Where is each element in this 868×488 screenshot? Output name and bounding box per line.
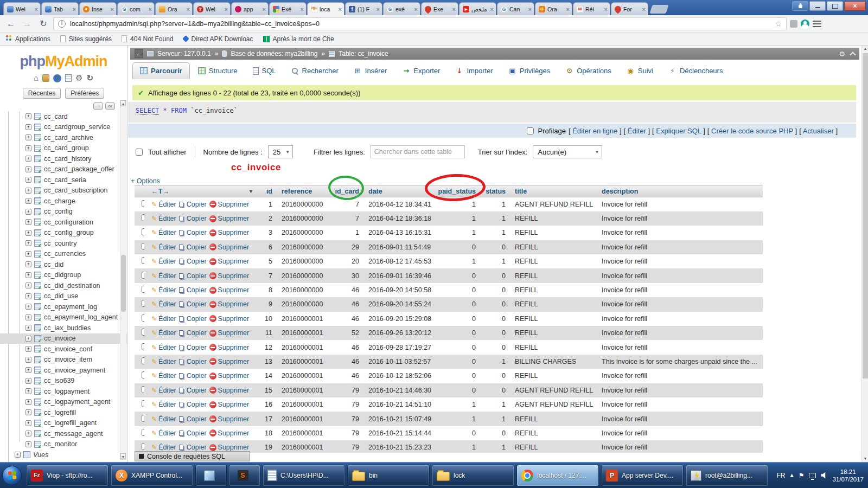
delete-link[interactable]: Supprimer bbox=[209, 201, 250, 208]
browser-tab[interactable]: G Can × bbox=[497, 2, 534, 15]
browser-tab[interactable]: For × bbox=[611, 2, 648, 15]
tab-close-icon[interactable]: × bbox=[111, 6, 114, 12]
expand-icon[interactable]: + bbox=[25, 304, 31, 310]
sidebar-tree-item[interactable]: + cc_charge bbox=[0, 196, 127, 207]
tab-close-icon[interactable]: × bbox=[225, 6, 228, 12]
expand-icon[interactable]: + bbox=[25, 282, 31, 288]
edit-link[interactable]: ✎Éditer bbox=[151, 415, 176, 423]
action-center-flag-icon[interactable]: ⚑ bbox=[799, 472, 805, 479]
scroll-thumb[interactable] bbox=[121, 255, 126, 312]
delete-link[interactable]: Supprimer bbox=[209, 401, 250, 408]
page-settings-gear-icon[interactable]: ⚙ bbox=[839, 50, 845, 58]
sidebar-tree-item[interactable]: + cc_iax_buddies bbox=[0, 323, 127, 333]
edit-link[interactable]: ✎Éditer bbox=[151, 201, 176, 208]
browser-tab[interactable]: ? Wel × bbox=[193, 2, 231, 15]
tab-close-icon[interactable]: × bbox=[73, 6, 76, 12]
tab-close-icon[interactable]: × bbox=[604, 6, 608, 12]
home-icon[interactable]: ⌂ bbox=[34, 74, 39, 82]
copy-link[interactable]: Copier bbox=[179, 415, 207, 423]
edit-link[interactable]: ✎Éditer bbox=[151, 272, 176, 280]
row-checkbox[interactable] bbox=[142, 228, 144, 235]
browser-tab[interactable]: Ora × bbox=[155, 2, 193, 15]
sidebar-tree-item[interactable]: + cc_card bbox=[0, 111, 127, 122]
expand-icon[interactable]: + bbox=[25, 209, 31, 215]
column-header[interactable]: reference bbox=[275, 185, 323, 197]
breadcrumb-server[interactable]: Serveur: 127.0.0.1 bbox=[157, 50, 211, 57]
pma-tab[interactable]: Parcourir bbox=[132, 62, 190, 79]
row-checkbox[interactable] bbox=[142, 415, 144, 422]
sidebar-tree-item[interactable]: + cc_iso639 bbox=[0, 376, 127, 387]
expand-icon[interactable]: + bbox=[25, 198, 31, 204]
copy-link[interactable]: Copier bbox=[179, 429, 207, 437]
delete-link[interactable]: Supprimer bbox=[209, 429, 250, 437]
edit-link[interactable]: ✎Éditer bbox=[151, 286, 176, 294]
new-tab-button[interactable] bbox=[649, 5, 668, 14]
expand-icon[interactable]: + bbox=[25, 272, 31, 278]
copy-link[interactable]: Copier bbox=[179, 315, 207, 323]
taskbar-button[interactable]: C:\Users\HP\D... bbox=[263, 465, 345, 486]
sidebar-tree-item[interactable]: + cc_config_group bbox=[0, 228, 127, 239]
column-header[interactable]: date bbox=[361, 185, 432, 197]
page-size-select[interactable]: 25▼ bbox=[268, 145, 293, 158]
sidebar-tree-item[interactable]: + cc_did bbox=[0, 259, 127, 270]
edit-link[interactable]: ✎Éditer bbox=[151, 300, 176, 308]
sidebar-tree-item[interactable]: + cc_logrefill bbox=[0, 407, 127, 418]
row-checkbox[interactable] bbox=[142, 243, 144, 250]
row-checkbox[interactable] bbox=[142, 400, 144, 407]
network-icon[interactable] bbox=[809, 473, 816, 478]
recents-button[interactable]: Récentes bbox=[23, 88, 61, 99]
sidebar-tree-item[interactable]: + cc_logpayment_agent bbox=[0, 397, 127, 408]
copy-link[interactable]: Copier bbox=[179, 201, 207, 208]
browser-tab[interactable]: ▶ ملخص × bbox=[459, 2, 496, 15]
tab-close-icon[interactable]: × bbox=[528, 6, 532, 12]
pma-tab[interactable]: ◉ Suivi bbox=[620, 63, 660, 79]
expand-icon[interactable]: + bbox=[15, 452, 21, 458]
expand-icon[interactable]: + bbox=[25, 156, 31, 162]
copy-link[interactable]: Copier bbox=[179, 300, 207, 308]
favorites-button[interactable]: Préférées bbox=[65, 88, 104, 99]
tab-close-icon[interactable]: × bbox=[376, 6, 380, 12]
taskbar-button[interactable]: root@a2billing... bbox=[686, 465, 768, 486]
row-checkbox[interactable] bbox=[142, 386, 144, 393]
expand-icon[interactable]: + bbox=[25, 230, 31, 236]
row-checkbox[interactable] bbox=[142, 314, 144, 322]
row-checkbox[interactable] bbox=[142, 443, 144, 450]
browser-tab[interactable]: PMA loca × bbox=[307, 2, 344, 15]
edit-link[interactable]: ✎Éditer bbox=[151, 387, 176, 394]
pma-tab[interactable]: Rechercher bbox=[284, 63, 346, 79]
sidebar-tree-item[interactable]: + cc_config bbox=[0, 207, 127, 217]
taskbar-button[interactable]: Viop - sftp://ro... bbox=[26, 465, 108, 486]
sidebar-tree-item[interactable]: + cc_card_subscription bbox=[0, 185, 127, 196]
logout-icon[interactable] bbox=[42, 74, 49, 82]
pma-tab[interactable]: Structure bbox=[191, 63, 245, 79]
sidebar-tree-item[interactable]: + cc_cardgroup_service bbox=[0, 122, 127, 133]
expand-icon[interactable]: + bbox=[25, 293, 31, 299]
pma-tab[interactable]: ⚡ Déclencheurs bbox=[661, 63, 730, 79]
bookmark-item[interactable]: Applications bbox=[5, 35, 50, 43]
start-button[interactable] bbox=[2, 466, 22, 485]
tab-close-icon[interactable]: × bbox=[149, 6, 152, 12]
sidebar-tree-item[interactable]: + cc_currencies bbox=[0, 249, 127, 260]
profiling-link[interactable]: [ Expliquer SQL ] bbox=[652, 127, 705, 135]
move-right-icon[interactable]: → bbox=[163, 188, 169, 195]
sidebar-scrollbar[interactable]: ▲ ▼ bbox=[120, 100, 126, 460]
delete-link[interactable]: Supprimer bbox=[209, 372, 250, 380]
copy-link[interactable]: Copier bbox=[179, 358, 207, 365]
bookmark-item[interactable]: 404 Not Found bbox=[122, 35, 173, 43]
breadcrumb-table[interactable]: Table: cc_invoice bbox=[339, 50, 388, 57]
expand-icon[interactable]: + bbox=[25, 134, 31, 140]
sql-keyword[interactable]: SELECT bbox=[136, 107, 159, 115]
filter-input[interactable] bbox=[371, 145, 465, 158]
row-checkbox[interactable] bbox=[142, 429, 144, 436]
bookmark-star-icon[interactable]: ☆ bbox=[775, 20, 782, 28]
taskbar-button[interactable]: lock bbox=[432, 465, 514, 486]
profiling-link[interactable]: [ Éditer ] bbox=[624, 127, 650, 135]
sidebar-tree-item[interactable]: + cc_card_package_offer bbox=[0, 164, 127, 175]
browser-tab[interactable]: M Réi × bbox=[573, 2, 610, 15]
expand-icon[interactable]: + bbox=[25, 113, 31, 119]
collapse-all-icon[interactable]: − bbox=[93, 102, 103, 110]
row-checkbox[interactable] bbox=[142, 371, 144, 378]
menu-icon[interactable] bbox=[813, 21, 821, 27]
profiling-checkbox[interactable] bbox=[527, 127, 534, 134]
delete-link[interactable]: Supprimer bbox=[209, 329, 250, 337]
